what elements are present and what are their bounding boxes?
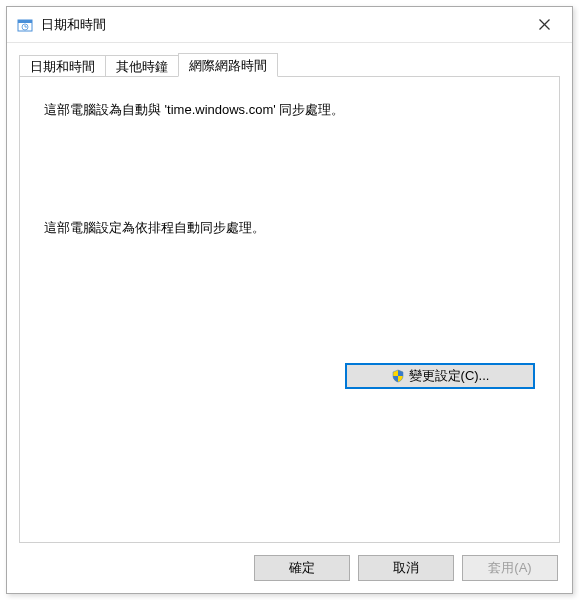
cancel-button[interactable]: 取消 xyxy=(358,555,454,581)
tab-internet-time[interactable]: 網際網路時間 xyxy=(178,53,278,77)
sync-info-text: 這部電腦設為自動與 'time.windows.com' 同步處理。 xyxy=(44,101,535,119)
tab-content: 這部電腦設為自動與 'time.windows.com' 同步處理。 這部電腦設… xyxy=(19,76,560,543)
change-settings-label: 變更設定(C)... xyxy=(409,367,490,385)
tab-other-clocks[interactable]: 其他時鐘 xyxy=(105,55,179,77)
close-button[interactable] xyxy=(524,10,564,40)
button-bar: 確定 取消 套用(A) xyxy=(7,543,572,593)
shield-icon xyxy=(391,369,405,383)
svg-rect-1 xyxy=(18,20,32,23)
apply-button[interactable]: 套用(A) xyxy=(462,555,558,581)
datetime-icon xyxy=(17,17,33,33)
schedule-info-text: 這部電腦設定為依排程自動同步處理。 xyxy=(44,219,535,237)
tabs-container: 日期和時間 其他時鐘 網際網路時間 這部電腦設為自動與 'time.window… xyxy=(7,43,572,543)
tabs: 日期和時間 其他時鐘 網際網路時間 xyxy=(19,53,560,77)
ok-button[interactable]: 確定 xyxy=(254,555,350,581)
titlebar: 日期和時間 xyxy=(7,7,572,43)
window-title: 日期和時間 xyxy=(41,16,524,34)
datetime-dialog: 日期和時間 日期和時間 其他時鐘 網際網路時間 這部電腦設為自動與 'time.… xyxy=(6,6,573,594)
change-settings-button[interactable]: 變更設定(C)... xyxy=(345,363,535,389)
tab-datetime[interactable]: 日期和時間 xyxy=(19,55,106,77)
